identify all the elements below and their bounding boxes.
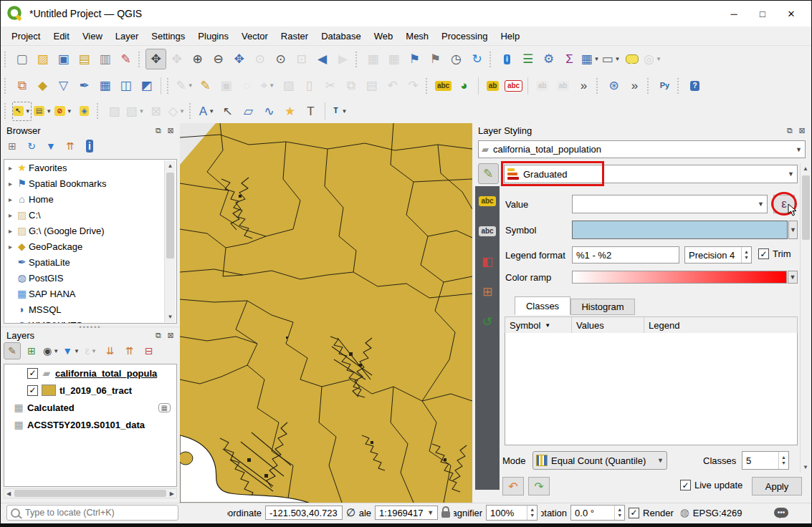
measure-line-icon[interactable]: ▭▼ xyxy=(601,49,621,69)
browser-item-sap-hana[interactable]: ▦SAP HANA xyxy=(4,286,176,301)
menu-item-processing[interactable]: Processing xyxy=(435,29,494,44)
new-shapefile-layer-icon[interactable]: ▽ xyxy=(53,75,74,96)
new-project-icon[interactable]: ▢ xyxy=(11,49,32,69)
zoom-in-icon[interactable]: ⊕ xyxy=(187,49,208,69)
select-within-distance-icon[interactable]: ◈ xyxy=(74,101,95,122)
spinner-arrows-icon[interactable]: ▲▼ xyxy=(778,452,788,469)
color-ramp-dropdown[interactable]: ▼ xyxy=(788,271,798,284)
classes-spinner[interactable]: 5 ▲▼ xyxy=(742,451,789,470)
toggle-editing-icon[interactable]: ✎ xyxy=(195,75,216,96)
spinner-arrows-icon[interactable]: ▲▼ xyxy=(741,247,751,263)
toolbar-grip[interactable] xyxy=(4,52,9,67)
menu-item-settings[interactable]: Settings xyxy=(145,29,191,44)
select-features-dropdown-icon[interactable]: ▼ xyxy=(25,108,31,115)
filter-legend-dropdown-icon[interactable]: ▼ xyxy=(74,348,80,354)
styling-float-icon[interactable]: ⧉ xyxy=(785,126,795,136)
tab-classes[interactable]: Classes xyxy=(515,296,570,315)
manage-map-themes-icon[interactable]: ◉▼ xyxy=(42,342,59,359)
toolbar-grip[interactable] xyxy=(189,103,194,119)
expand-all-layers-icon[interactable]: ⇊ xyxy=(102,342,119,359)
scroll-right-icon[interactable]: ▶ xyxy=(168,490,176,497)
browser-item-spatialite[interactable]: ✒SpatiaLite xyxy=(4,254,176,270)
rotation-spinner[interactable]: 0.0 °▲▼ xyxy=(570,505,625,521)
scroll-down-icon[interactable]: ▼ xyxy=(168,311,173,322)
coordinate-value[interactable]: -121.503,40.723 xyxy=(265,506,343,520)
properties-widget-icon[interactable]: i xyxy=(81,137,98,155)
zoom-full-icon[interactable]: ✥ xyxy=(229,49,249,69)
toolbar-grip[interactable] xyxy=(167,78,171,94)
redo-style-button[interactable]: ↷ xyxy=(528,477,550,495)
toolbar-grip[interactable] xyxy=(489,52,494,67)
layer-item-calculated[interactable]: ▦Calculated▦ xyxy=(4,399,176,416)
identify-features-icon[interactable]: i xyxy=(497,49,517,69)
symbol-dropdown[interactable]: ▼ xyxy=(788,221,798,239)
toolbar-extension-2-icon[interactable]: » xyxy=(624,75,645,96)
modify-annotations-icon[interactable]: ↖ xyxy=(217,101,238,122)
layer-visibility-checkbox[interactable]: ✓ xyxy=(27,368,38,379)
menu-item-edit[interactable]: Edit xyxy=(47,29,75,44)
map-canvas[interactable] xyxy=(180,123,472,503)
menu-item-layer[interactable]: Layer xyxy=(109,29,145,44)
menu-item-mesh[interactable]: Mesh xyxy=(399,29,435,44)
annotation-tools-dropdown-icon[interactable]: ▼ xyxy=(209,108,214,115)
layers-float-icon[interactable]: ⧉ xyxy=(153,331,163,341)
new-mesh-layer-icon[interactable]: ◩ xyxy=(136,75,157,96)
menu-item-project[interactable]: Project xyxy=(5,29,47,44)
new-geopackage-layer-icon[interactable]: ◆ xyxy=(32,75,53,96)
toolbar-grip[interactable] xyxy=(677,78,682,94)
new-print-layout-icon[interactable]: ▤ xyxy=(74,49,95,69)
zoom-out-icon[interactable]: ⊖ xyxy=(208,49,229,69)
new-spatialite-layer-icon[interactable]: ✒ xyxy=(74,75,95,96)
current-edits-dropdown-icon[interactable]: ▼ xyxy=(188,82,194,89)
pin-unpin-labels-icon[interactable]: ab xyxy=(482,75,503,96)
layer-diagram-options-icon[interactable]: ◕ xyxy=(454,75,474,96)
undo-style-button[interactable]: ↶ xyxy=(502,477,524,495)
live-update-checkbox[interactable]: ✓ xyxy=(680,480,691,490)
help-contents-icon[interactable]: ? xyxy=(684,75,705,96)
menu-item-view[interactable]: View xyxy=(76,29,109,44)
value-dropdown[interactable]: ▼ xyxy=(572,195,768,213)
layers-close-icon[interactable]: ⊠ xyxy=(166,331,176,341)
layer-labeling-options-icon[interactable]: abc xyxy=(433,75,454,96)
select-features-by-form-icon[interactable]: ▤▼ xyxy=(32,101,53,122)
zoom-last-icon[interactable]: ◀ xyxy=(312,49,333,69)
new-spatial-bookmark-icon[interactable]: ⚑ xyxy=(404,49,425,69)
menu-item-database[interactable]: Database xyxy=(315,29,368,44)
new-virtual-layer-icon[interactable]: ◫ xyxy=(115,75,136,96)
pointer-tracking-icon[interactable]: ∅ xyxy=(346,506,355,519)
scroll-thumb[interactable] xyxy=(14,490,166,497)
measure-line-dropdown-icon[interactable]: ▼ xyxy=(615,56,621,62)
column-values[interactable]: Values xyxy=(572,317,644,333)
expander-icon[interactable]: ▸ xyxy=(6,243,15,251)
symbol-preview[interactable] xyxy=(572,221,788,239)
column-symbol[interactable]: Symbol▼ xyxy=(505,317,572,333)
statistics-panel-icon[interactable]: Σ xyxy=(559,49,580,69)
annotation-tools-icon[interactable]: A▼ xyxy=(196,101,217,122)
styling-scrollbar[interactable]: ▲ ▼ xyxy=(800,163,811,473)
highlight-pinned-labels-icon[interactable]: abc xyxy=(503,75,524,96)
add-group-icon[interactable]: ⊞ xyxy=(23,342,40,359)
create-polygon-annotation-icon[interactable]: ▱ xyxy=(238,101,259,122)
expander-icon[interactable]: ▸ xyxy=(6,227,15,235)
browser-item-geopackage[interactable]: ▸◆GeoPackage xyxy=(4,238,176,254)
remove-layer-icon[interactable]: ⊟ xyxy=(140,342,158,359)
filter-browser-icon[interactable]: ▼ xyxy=(42,137,59,155)
menu-item-raster[interactable]: Raster xyxy=(274,29,315,44)
scroll-thumb[interactable] xyxy=(166,173,174,258)
precision-spinner[interactable]: Precision 4 ▲▼ xyxy=(684,246,752,264)
tab-histogram[interactable]: Histogram xyxy=(570,299,635,315)
styling-layer-selector[interactable]: ▰ california_total_population ▼ xyxy=(478,140,806,158)
browser-item-postgis[interactable]: ◍PostGIS xyxy=(4,270,176,286)
tab-diagrams-icon[interactable]: ⊞ xyxy=(478,282,497,301)
mode-dropdown[interactable]: Equal Count (Quantile) ▼ xyxy=(532,451,667,470)
tab-3d-view-icon[interactable]: ◧ xyxy=(478,252,497,271)
layer-item-california-total-popula[interactable]: ✓▰california_total_popula xyxy=(4,364,176,382)
browser-item-favorites[interactable]: ▸★Favorites xyxy=(4,160,176,175)
open-layer-styling-panel-icon[interactable]: ✎ xyxy=(4,342,21,359)
color-ramp-preview[interactable] xyxy=(572,271,787,284)
processing-toolbox-icon[interactable]: ⚙ xyxy=(538,49,559,69)
expander-icon[interactable]: ▸ xyxy=(6,211,15,219)
messages-icon[interactable]: ••• xyxy=(774,508,788,518)
toolbar-grip[interactable] xyxy=(138,52,143,67)
style-manager-icon[interactable]: ✎ xyxy=(115,49,136,69)
